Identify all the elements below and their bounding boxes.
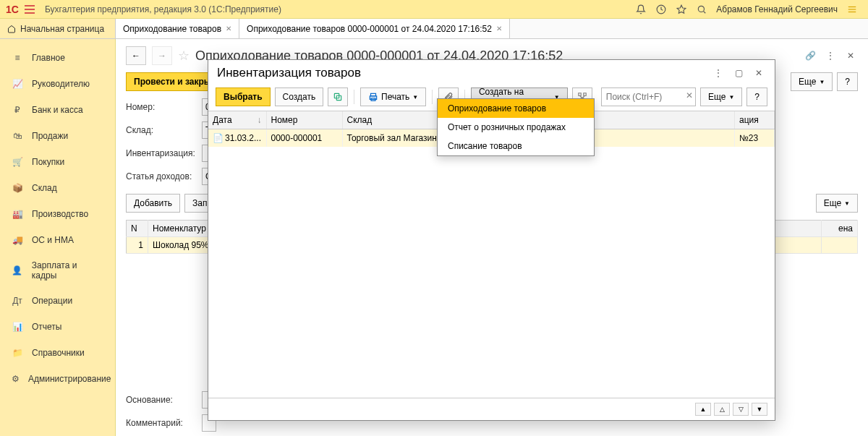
inventory-label: Инвентаризация: (126, 148, 195, 158)
sidebar-item-label: Отчеты (32, 322, 61, 332)
search-input[interactable] (601, 87, 696, 106)
print-button[interactable]: Печать▼ (360, 87, 426, 106)
modal-help-button[interactable]: ? (746, 87, 767, 106)
maximize-icon[interactable]: ▢ (731, 66, 746, 80)
tab-label: Оприходование товаров (123, 24, 221, 34)
truck-icon: 🚚 (12, 234, 23, 246)
scroll-up-button[interactable]: △ (714, 403, 730, 416)
tab-item-2[interactable]: Оприходование товаров 0000-000001 от 24.… (239, 19, 510, 38)
tabs-row: Начальная страница Оприходование товаров… (0, 19, 868, 39)
income-label: Статья доходов: (126, 171, 195, 181)
add-button[interactable]: Добавить (126, 194, 180, 213)
col-org[interactable]: ация (735, 111, 775, 129)
col-n: N (127, 221, 148, 237)
sidebar-item-sales[interactable]: 🛍Продажи (0, 123, 115, 149)
chart-icon: 📈 (12, 78, 23, 90)
sidebar-item-reports[interactable]: 📊Отчеты (0, 314, 115, 340)
star-icon[interactable] (674, 2, 689, 17)
table-more-button[interactable]: Еще▼ (816, 194, 858, 213)
sidebar-item-catalogs[interactable]: 📁Справочники (0, 340, 115, 366)
sidebar-item-assets[interactable]: 🚚ОС и НМА (0, 227, 115, 253)
menu-icon: ≡ (12, 52, 23, 64)
sidebar-item-operations[interactable]: ДтОперации (0, 288, 115, 314)
sidebar-item-bank[interactable]: ₽Банк и касса (0, 97, 115, 123)
factory-icon: 🏭 (12, 208, 23, 220)
user-name[interactable]: Абрамов Геннадий Сергеевич (716, 4, 838, 14)
svg-line-3 (704, 11, 706, 13)
help-button[interactable]: ? (837, 72, 858, 91)
svg-rect-12 (579, 93, 582, 96)
bag-icon: 🛍 (12, 130, 23, 142)
settings-bars-icon[interactable] (845, 2, 859, 17)
bars-icon: 📊 (12, 321, 23, 333)
sidebar-item-hr[interactable]: 👤Зарплата и кадры (0, 253, 115, 288)
logo: 1C (6, 4, 19, 15)
home-tab[interactable]: Начальная страница (0, 19, 116, 38)
home-tab-label: Начальная страница (20, 24, 104, 34)
cell-org: №23 (735, 129, 775, 148)
gear-icon: ⚙ (12, 373, 20, 385)
close-icon[interactable]: ✕ (496, 25, 502, 33)
scroll-bottom-button[interactable]: ▼ (752, 403, 767, 416)
close-icon[interactable]: ✕ (843, 48, 858, 63)
forward-button[interactable]: → (152, 46, 172, 65)
col-date[interactable]: Дата↓ (208, 111, 266, 129)
sidebar-item-label: Продажи (32, 131, 68, 141)
app-title: Бухгалтерия предприятия, редакция 3.0 (1… (45, 4, 281, 14)
svg-marker-1 (677, 5, 686, 13)
sidebar-item-label: Зарплата и кадры (32, 260, 103, 281)
sidebar-item-label: Склад (32, 183, 57, 193)
clear-icon[interactable]: ✕ (686, 90, 693, 101)
modal-more-button[interactable]: Еще▼ (700, 87, 742, 106)
col-number[interactable]: Номер (266, 111, 342, 129)
sidebar-item-manager[interactable]: 📈Руководителю (0, 71, 115, 97)
back-button[interactable]: ← (126, 46, 146, 65)
cell-number: 0000-000001 (266, 129, 342, 148)
copy-button[interactable] (328, 87, 348, 106)
cell-date: 31.03.2... (225, 133, 261, 143)
tab-item-1[interactable]: Оприходование товаров ✕ (116, 19, 239, 38)
sidebar-item-label: Руководителю (32, 79, 90, 89)
svg-rect-13 (584, 93, 587, 96)
history-icon[interactable] (654, 2, 668, 17)
sidebar-item-main[interactable]: ≡Главное (0, 45, 115, 71)
sidebar-item-production[interactable]: 🏭Производство (0, 201, 115, 227)
scroll-top-button[interactable]: ▲ (695, 403, 711, 416)
sidebar-item-label: Справочники (32, 348, 85, 358)
more-vert-icon[interactable]: ⋮ (823, 48, 838, 63)
money-icon: ₽ (12, 104, 23, 116)
favorite-icon[interactable]: ☆ (178, 48, 190, 64)
close-icon[interactable]: ✕ (752, 66, 766, 80)
sidebar-item-purchases[interactable]: 🛒Покупки (0, 149, 115, 175)
sidebar-item-label: Покупки (32, 157, 64, 167)
box-icon: 📦 (12, 182, 23, 194)
app-bar: 1C Бухгалтерия предприятия, редакция 3.0… (0, 0, 868, 19)
svg-point-2 (699, 6, 705, 12)
number-label: Номер: (126, 102, 195, 112)
scroll-down-button[interactable]: ▽ (733, 403, 749, 416)
close-icon[interactable]: ✕ (226, 25, 231, 33)
bell-icon[interactable] (634, 2, 648, 17)
person-icon: 👤 (12, 265, 23, 276)
sidebar-item-label: ОС и НМА (32, 235, 74, 245)
more-button[interactable]: Еще▼ (791, 72, 833, 91)
sidebar-item-label: Администрирование (28, 374, 111, 384)
col-price: ена (822, 221, 858, 237)
sidebar-item-label: Главное (32, 53, 65, 63)
create-button[interactable]: Создать (275, 87, 324, 106)
sidebar-item-warehouse[interactable]: 📦Склад (0, 175, 115, 201)
main-menu-icon[interactable] (25, 5, 38, 14)
search-icon[interactable] (694, 2, 709, 17)
journal-icon: Дт (12, 295, 23, 307)
warehouse-label: Склад: (126, 125, 195, 135)
select-button[interactable]: Выбрать (216, 87, 271, 106)
sidebar: ≡Главное 📈Руководителю ₽Банк и касса 🛍Пр… (0, 39, 116, 436)
sidebar-item-admin[interactable]: ⚙Администрирование (0, 366, 115, 392)
link-icon[interactable]: 🔗 (803, 48, 817, 63)
sidebar-item-label: Операции (32, 296, 72, 306)
menu-item-receipt[interactable]: Оприходование товаров (438, 99, 594, 118)
menu-item-writeoff[interactable]: Списание товаров (438, 137, 594, 155)
more-vert-icon[interactable]: ⋮ (711, 66, 726, 80)
cell-n[interactable]: 1 (127, 237, 148, 254)
menu-item-retail-report[interactable]: Отчет о розничных продажах (438, 118, 594, 137)
